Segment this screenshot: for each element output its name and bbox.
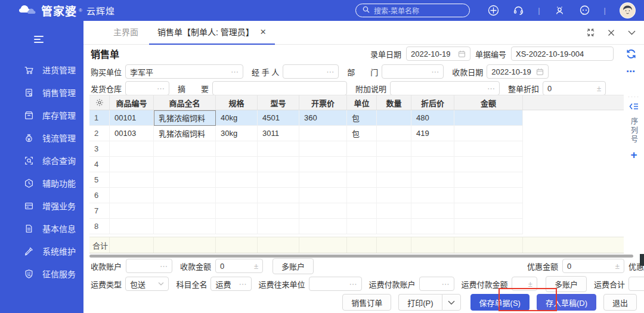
table-cell[interactable] — [258, 203, 299, 219]
user-avatar[interactable] — [620, 2, 636, 18]
ellipsis-picker-icon[interactable]: ⋯ — [429, 68, 439, 76]
table-cell[interactable]: 包 — [347, 110, 377, 126]
table-cell[interactable]: 乳猪浓缩饲料 — [154, 110, 216, 126]
close-window-icon[interactable] — [608, 29, 615, 36]
message-icon[interactable] — [579, 5, 590, 16]
collapse-panel-icon[interactable] — [629, 102, 639, 113]
calendar-icon[interactable] — [534, 68, 544, 76]
table-cell[interactable]: 包 — [347, 126, 377, 141]
table-cell[interactable]: 乳猪浓缩饲料 — [154, 126, 216, 141]
table-cell[interactable] — [216, 188, 258, 203]
column-header[interactable]: 型号 — [258, 95, 299, 110]
table-cell[interactable] — [454, 203, 523, 219]
column-header[interactable]: 金额 — [454, 95, 523, 110]
table-cell[interactable] — [110, 157, 154, 172]
sidebar-item-9[interactable]: 系统维护 — [0, 240, 83, 262]
table-cell[interactable] — [110, 219, 154, 234]
receipt-account-input[interactable]: ⋯ — [126, 259, 172, 273]
serial-number-label[interactable]: 序列号 — [629, 117, 639, 144]
table-cell[interactable] — [299, 203, 347, 219]
save-document-button[interactable]: 保存单据(S) — [470, 294, 530, 311]
table-cell[interactable]: 40kg — [216, 110, 258, 126]
table-cell[interactable] — [110, 188, 154, 203]
table-cell[interactable] — [216, 219, 258, 234]
table-cell[interactable] — [377, 172, 411, 188]
ellipsis-picker-icon[interactable]: ⋯ — [485, 85, 495, 92]
sidebar-item-3[interactable]: 库存管理 — [0, 104, 83, 126]
column-header[interactable]: 单位 — [347, 95, 377, 110]
table-cell[interactable] — [258, 188, 299, 203]
table-cell[interactable] — [454, 157, 523, 172]
table-cell[interactable] — [377, 126, 411, 141]
table-cell[interactable] — [454, 172, 523, 188]
column-header[interactable]: 折后价 — [411, 95, 454, 110]
table-cell[interactable] — [216, 141, 258, 157]
row-number-cell[interactable]: 8 — [89, 219, 110, 234]
freight-pay-amount-input[interactable]: ± — [512, 277, 537, 291]
row-number-cell[interactable]: 3 — [89, 141, 110, 157]
freight-total-input[interactable] — [628, 277, 644, 291]
save-draft-button[interactable]: 存入草稿(D) — [537, 294, 596, 311]
column-header[interactable]: 开票价 — [299, 95, 347, 110]
freight-multi-account-button[interactable]: 多账户 — [546, 276, 587, 292]
table-cell[interactable] — [377, 188, 411, 203]
table-cell[interactable] — [299, 188, 347, 203]
ellipsis-picker-icon[interactable]: ⋯ — [347, 280, 357, 288]
receipt-amount-input[interactable]: 0 ± — [215, 259, 263, 273]
table-cell[interactable] — [411, 188, 454, 203]
tab-home[interactable]: 主界面 — [104, 26, 148, 44]
table-cell[interactable] — [454, 110, 523, 126]
ellipsis-picker-icon[interactable]: ⋯ — [154, 85, 165, 92]
warehouse-input[interactable]: ⋯ — [125, 81, 169, 95]
table-cell[interactable] — [377, 219, 411, 234]
ellipsis-picker-icon[interactable]: ⋯ — [157, 262, 168, 270]
row-number-cell[interactable]: 2 — [89, 126, 110, 141]
doc-no-input[interactable]: XS-2022-10-19-004 — [511, 47, 614, 61]
table-cell[interactable] — [216, 203, 258, 219]
table-cell[interactable] — [299, 172, 347, 188]
collapse-menu-icon[interactable] — [34, 36, 44, 43]
table-cell[interactable] — [454, 219, 523, 234]
column-header[interactable]: 商品编号 — [110, 95, 154, 110]
apps-grid-icon[interactable] — [488, 5, 499, 16]
table-cell[interactable] — [411, 219, 454, 234]
menu-search-input[interactable]: 搜索-菜单名称 — [355, 4, 470, 17]
table-cell[interactable] — [347, 188, 377, 203]
sidebar-item-6[interactable]: 辅助功能 — [0, 172, 83, 194]
table-cell[interactable] — [258, 157, 299, 172]
table-cell[interactable] — [154, 203, 216, 219]
table-cell[interactable] — [154, 141, 216, 157]
discount-amount-input[interactable]: 0 ± — [562, 259, 624, 273]
sidebar-item-7[interactable]: 增强业务 — [0, 194, 83, 217]
ellipsis-picker-icon[interactable]: ⋯ — [237, 280, 247, 288]
table-cell[interactable] — [454, 188, 523, 203]
freight-pay-account-input[interactable]: ⋯ — [419, 277, 454, 291]
note-input[interactable]: ⋯ — [390, 81, 500, 95]
table-cell[interactable] — [110, 172, 154, 188]
calc-icon[interactable]: ± — [526, 280, 532, 288]
table-cell[interactable] — [299, 157, 347, 172]
row-number-cell[interactable]: 6 — [89, 188, 110, 203]
receipt-date-input[interactable]: 2022-10-19 — [487, 64, 549, 79]
table-cell[interactable] — [299, 141, 347, 157]
table-cell[interactable] — [377, 141, 411, 157]
table-cell[interactable] — [110, 203, 154, 219]
sales-order-button[interactable]: 销售订单 — [342, 294, 391, 311]
table-cell[interactable] — [258, 219, 299, 234]
row-number-cell[interactable]: 1 — [89, 110, 110, 126]
table-cell[interactable] — [299, 219, 347, 234]
table-cell[interactable]: 4501 — [258, 110, 299, 126]
row-number-cell[interactable]: 5 — [89, 172, 110, 188]
sidebar-item-10[interactable]: 征征信服务 — [0, 262, 83, 285]
table-cell[interactable] — [258, 172, 299, 188]
table-cell[interactable] — [110, 141, 154, 157]
department-input[interactable]: ⋯ — [382, 64, 444, 79]
table-cell[interactable] — [154, 219, 216, 234]
table-cell[interactable]: 3011 — [258, 126, 299, 141]
sidebar-item-8[interactable]: 基本信息 — [0, 217, 83, 240]
table-cell[interactable]: 480 — [411, 110, 454, 126]
table-cell[interactable] — [411, 141, 454, 157]
multi-account-button[interactable]: 多账户 — [273, 258, 314, 274]
table-cell[interactable]: 30kg — [216, 126, 258, 141]
table-cell[interactable] — [347, 141, 377, 157]
